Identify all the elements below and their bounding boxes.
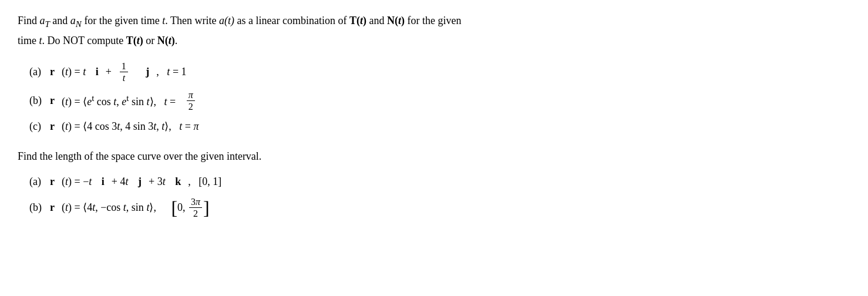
r-args-1c: (t) = ⟨4 cos 3t, 4 sin 3t, t⟩, t = π <box>62 118 199 135</box>
label-2a: (a) <box>29 173 50 190</box>
problem-2a: (a) r(t) = −t i + 4t j + 3t k, [0, 1] <box>18 173 840 190</box>
plus2-2a: + 3t <box>149 173 168 190</box>
T-func-2: T(t) <box>126 35 143 46</box>
problem-1b: (b) r(t) = ⟨et cos t, et sin t⟩, t = π 2 <box>18 89 840 112</box>
i-bold-1a: i <box>96 63 99 80</box>
section1-problems: (a) r(t) = t i + 1 t j, t = 1 (b) r(t) =… <box>18 60 840 136</box>
r-args-2a: (t) = −t <box>62 173 95 190</box>
left-bracket-2b: [ <box>171 199 177 217</box>
label-1b: (b) <box>29 92 50 109</box>
right-bracket-2b: ] <box>203 199 210 217</box>
r-args-1a: (t) = t <box>62 63 89 80</box>
label-2b: (b) <box>29 199 50 216</box>
content-1a: r(t) = t i + 1 t j, t = 1 <box>50 60 187 83</box>
content-2a: r(t) = −t i + 4t j + 3t k, [0, 1] <box>50 173 221 190</box>
r-args-2b: (t) = ⟨4t, −cos t, sin t⟩, <box>62 199 164 216</box>
at-func: a(t) <box>219 15 234 26</box>
N-func-2: N(t) <box>157 35 175 46</box>
intro-line2: time t. Do NOT compute T(t) or N(t). <box>18 35 177 46</box>
interval-2b: [ 0, 3π 2 ] <box>171 196 209 219</box>
interval-zero-2b: 0, <box>177 199 188 216</box>
T-func: T(t) <box>349 15 366 26</box>
frac-den-2b: 2 <box>191 208 200 219</box>
r-bold-2a: r <box>50 173 55 190</box>
r-bold-1a: r <box>50 63 55 80</box>
i-bold-2a: i <box>102 173 105 190</box>
frac-den-1a: t <box>121 72 127 83</box>
N-func: N(t) <box>387 15 405 26</box>
frac-num-1b: π <box>187 89 195 101</box>
frac-den-1b: 2 <box>187 101 195 112</box>
k-bold-2a: k <box>175 173 181 190</box>
fraction-1a: 1 t <box>120 60 128 83</box>
space-1a <box>136 63 139 80</box>
page-content: Find aT and aN for the given time t. The… <box>18 12 840 219</box>
problem-2b: (b) r(t) = ⟨4t, −cos t, sin t⟩, [ 0, 3π … <box>18 196 840 219</box>
intro-paragraph: Find aT and aN for the given time t. The… <box>18 12 840 50</box>
r-bold-1c: r <box>50 118 55 135</box>
j-bold-2a: j <box>138 173 142 190</box>
t-var-1: t <box>162 15 165 26</box>
comma-2a: , [0, 1] <box>188 173 221 190</box>
problem-1c: (c) r(t) = ⟨4 cos 3t, 4 sin 3t, t⟩, t = … <box>18 118 840 135</box>
comma-t-1a: , t = 1 <box>156 63 186 80</box>
label-1c: (c) <box>29 118 50 135</box>
frac-num-2b: 3π <box>189 196 202 208</box>
content-1c: r(t) = ⟨4 cos 3t, 4 sin 3t, t⟩, t = π <box>50 118 199 135</box>
label-1a: (a) <box>29 63 50 80</box>
frac-num-1a: 1 <box>120 60 128 72</box>
aT-symbol: aT <box>40 15 50 26</box>
section2-header: Find the length of the space curve over … <box>18 148 840 165</box>
problem-1a: (a) r(t) = t i + 1 t j, t = 1 <box>18 60 840 83</box>
r-bold-2b: r <box>50 199 55 216</box>
content-2b: r(t) = ⟨4t, −cos t, sin t⟩, [ 0, 3π 2 ] <box>50 196 210 219</box>
section2-problems: (a) r(t) = −t i + 4t j + 3t k, [0, 1] (b… <box>18 173 840 219</box>
plus-2a: + 4t <box>112 173 131 190</box>
content-1b: r(t) = ⟨et cos t, et sin t⟩, t = π 2 <box>50 89 196 112</box>
intro-line1: Find aT and aN for the given time t. The… <box>18 15 461 26</box>
fraction-2b: 3π 2 <box>189 196 202 219</box>
j-bold-1a: j <box>146 63 149 80</box>
fraction-1b: π 2 <box>187 89 195 112</box>
t-var-2: t <box>39 35 42 46</box>
aN-symbol: aN <box>70 15 82 26</box>
plus-frac-1a: + <box>106 63 112 80</box>
r-bold-1b: r <box>50 92 55 109</box>
section2-header-text: Find the length of the space curve over … <box>18 150 261 162</box>
r-args-1b: (t) = ⟨et cos t, et sin t⟩, t = <box>62 91 179 110</box>
